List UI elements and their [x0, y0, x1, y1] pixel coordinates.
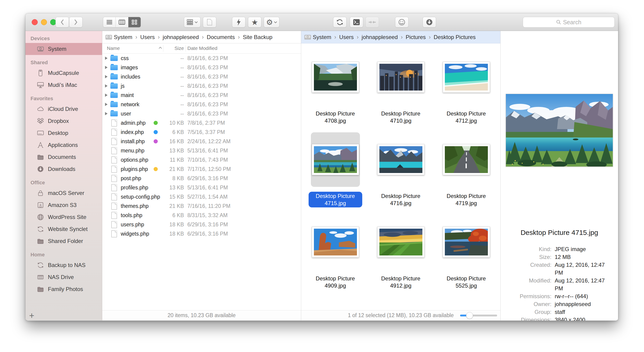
emoji-button[interactable]	[395, 17, 408, 27]
folder-row[interactable]: maint--8/16/16, 6:23 PM	[102, 91, 301, 100]
folder-row[interactable]: includes--8/16/16, 6:23 PM	[102, 72, 301, 81]
photo-thumbnail[interactable]	[312, 227, 359, 258]
icon-slot[interactable]	[442, 215, 491, 269]
sidebar-item-icloud-drive[interactable]: iCloud Drive	[26, 103, 102, 115]
sidebar-item-macos-server[interactable]: macOS Server	[26, 187, 102, 199]
file-row[interactable]: admin.php10 KB7/8/16, 2:37 PM	[102, 118, 301, 128]
download-button[interactable]	[422, 17, 436, 27]
sidebar-item-mudi-s-imac[interactable]: Mudi’s iMac	[26, 79, 102, 91]
forward-button[interactable]	[69, 17, 82, 27]
sidebar-item-applications[interactable]: Applications	[26, 139, 102, 151]
disclosure-triangle-icon[interactable]	[105, 66, 110, 69]
sidebar-item-shared-folder[interactable]: Shared Folder	[26, 235, 102, 247]
file-row[interactable]: index.php6 KB7/5/16, 3:37 PM	[102, 128, 301, 137]
selected-icon-slot[interactable]	[311, 132, 360, 187]
sidebar-item-backup-to-nas[interactable]: Backup to NAS	[26, 259, 102, 271]
quick-action-button[interactable]	[232, 17, 246, 27]
column-name[interactable]: Name	[107, 45, 120, 51]
folder-row[interactable]: images--8/16/16, 6:23 PM	[102, 63, 301, 72]
disclosure-triangle-icon[interactable]	[105, 112, 110, 115]
icon-slot[interactable]	[376, 132, 426, 187]
column-date[interactable]: Date Modified	[187, 45, 218, 51]
add-sidebar-item-button[interactable]: +	[29, 311, 34, 320]
file-row[interactable]: post.php8 KB6/29/16, 3:16 PM	[102, 174, 301, 183]
grid-item[interactable]: Desktop Picture 4909.jpg	[302, 215, 368, 297]
file-row[interactable]: menu.php13 KB5/13/16, 6:41 PM	[102, 146, 301, 155]
close-button[interactable]	[32, 19, 38, 25]
breadcrumb-item[interactable]: System	[114, 34, 132, 40]
sidebar-item-amazon-s3[interactable]: aAmazon S3	[26, 199, 102, 211]
view-grid-button[interactable]	[128, 17, 141, 27]
view-list-button[interactable]	[103, 17, 116, 27]
sidebar-item-nas-drive[interactable]: NAS Drive	[26, 271, 102, 283]
sidebar-item-documents[interactable]: Documents	[26, 151, 102, 163]
grid-item[interactable]: Desktop Picture 4912.jpg	[368, 215, 434, 297]
photo-thumbnail[interactable]	[443, 62, 490, 93]
grid-item[interactable]: Desktop Picture 4712.jpg	[434, 50, 499, 132]
arrange-button[interactable]	[184, 17, 200, 27]
photo-thumbnail[interactable]	[312, 62, 359, 93]
disclosure-triangle-icon[interactable]	[105, 75, 110, 78]
folder-row[interactable]: js--8/16/16, 6:23 PM	[102, 81, 301, 91]
file-row[interactable]: profiles.php13 KB5/13/16, 6:41 PM	[102, 183, 301, 192]
disclosure-triangle-icon[interactable]	[105, 84, 110, 88]
icon-slot[interactable]	[376, 50, 426, 104]
minimize-button[interactable]	[41, 19, 47, 25]
grid-item[interactable]: Desktop Picture 4715.jpg	[302, 132, 368, 215]
photo-thumbnail[interactable]	[443, 144, 490, 175]
sidebar-item-downloads[interactable]: Downloads	[26, 163, 102, 175]
settings-button[interactable]: ⚙	[264, 17, 280, 27]
photo-thumbnail[interactable]	[312, 144, 359, 175]
grid-item[interactable]: Desktop Picture 4710.jpg	[368, 50, 434, 132]
search-input[interactable]: Search	[523, 17, 614, 27]
view-columns-button[interactable]	[116, 17, 128, 27]
icon-slot[interactable]	[311, 50, 360, 104]
grid-item[interactable]: Desktop Picture 5525.jpg	[434, 215, 499, 297]
breadcrumb-item[interactable]: Pictures	[406, 34, 426, 40]
sidebar-item-dropbox[interactable]: Dropbox	[26, 115, 102, 127]
slider-knob[interactable]	[466, 312, 473, 319]
photo-thumbnail[interactable]	[377, 144, 424, 175]
icon-size-slider[interactable]	[460, 315, 497, 317]
folder-row[interactable]: network--8/16/16, 6:23 PM	[102, 100, 301, 109]
icon-slot[interactable]	[442, 50, 491, 104]
favorite-button[interactable]: ★	[248, 17, 262, 27]
icon-slot[interactable]	[311, 215, 360, 269]
sidebar-item-website-synclet[interactable]: Website Synclet	[26, 223, 102, 235]
disclosure-triangle-icon[interactable]	[105, 94, 110, 97]
sidebar-item-wordpress-site[interactable]: WordPress Site	[26, 211, 102, 223]
merge-button[interactable]	[366, 17, 379, 27]
breadcrumb-item[interactable]: Users	[339, 34, 354, 40]
back-button[interactable]	[56, 17, 69, 27]
icon-slot[interactable]	[376, 215, 426, 269]
icon-slot[interactable]	[442, 132, 491, 187]
breadcrumb-item[interactable]: System	[313, 34, 331, 40]
file-row[interactable]: install.php16 KB2/24/16, 12:22 AM	[102, 137, 301, 146]
photo-thumbnail[interactable]	[377, 227, 424, 258]
terminal-button[interactable]	[350, 17, 363, 27]
file-row[interactable]: tools.php6 KB8/31/15, 3:32 AM	[102, 211, 301, 220]
breadcrumb-item[interactable]: johnappleseed	[162, 34, 199, 40]
breadcrumb-item[interactable]: Users	[140, 34, 155, 40]
grid-item[interactable]: Desktop Picture 4708.jpg	[302, 50, 368, 132]
sidebar-item-family-photos[interactable]: Family Photos	[26, 283, 102, 295]
grid-item[interactable]: Desktop Picture 4719.jpg	[434, 132, 499, 215]
file-row[interactable]: options.php11 KB7/10/16, 7:43 PM	[102, 155, 301, 165]
photo-thumbnail[interactable]	[443, 227, 490, 258]
preview-document-button[interactable]	[203, 17, 216, 27]
folder-row[interactable]: user--8/16/16, 6:23 PM	[102, 109, 301, 118]
file-row[interactable]: widgets.php18 KB6/29/16, 3:16 PM	[102, 229, 301, 238]
breadcrumb-item[interactable]: Site Backup	[243, 34, 272, 40]
breadcrumb-item[interactable]: Documents	[207, 34, 235, 40]
sidebar-item-system[interactable]: System	[26, 43, 102, 55]
disclosure-triangle-icon[interactable]	[105, 103, 110, 106]
sync-button[interactable]	[333, 17, 346, 27]
file-row[interactable]: themes.php21 KB7/16/16, 11:20 PM	[102, 201, 301, 211]
disclosure-triangle-icon[interactable]	[105, 57, 110, 60]
file-row[interactable]: plugins.php21 KB7/17/16, 12:50 PM	[102, 165, 301, 174]
column-size[interactable]: Size	[163, 45, 184, 51]
sidebar-item-mudcapsule[interactable]: MudCapsule	[26, 67, 102, 79]
breadcrumb-item[interactable]: johnappleseed	[362, 34, 398, 40]
photo-thumbnail[interactable]	[377, 62, 424, 93]
file-row[interactable]: setup-config.php15 KB5/27/16, 1:54 AM	[102, 192, 301, 201]
